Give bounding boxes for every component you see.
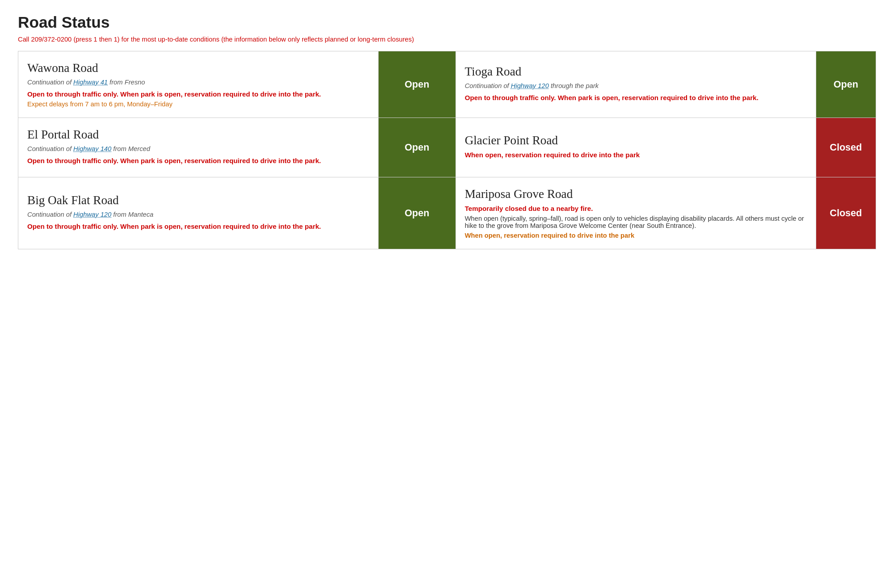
- road-status-table: Wawona RoadContinuation of Highway 41 fr…: [18, 51, 876, 249]
- road-status-text: Open to through traffic only. When park …: [465, 94, 807, 101]
- left-road-cell-0: Wawona RoadContinuation of Highway 41 fr…: [18, 51, 379, 118]
- road-status-text: When open, reservation required to drive…: [465, 151, 807, 159]
- road-continuation: Continuation of Highway 120 from Manteca: [27, 211, 369, 218]
- left-status-badge-0: Open: [378, 51, 455, 118]
- road-name: Big Oak Flat Road: [27, 193, 369, 207]
- road-status-text: Open to through traffic only. When park …: [27, 90, 369, 98]
- road-name: Tioga Road: [465, 65, 807, 79]
- page-title: Road Status: [18, 13, 876, 31]
- left-road-cell-2: Big Oak Flat RoadContinuation of Highway…: [18, 177, 379, 249]
- highway-link[interactable]: Highway 120: [511, 82, 549, 89]
- road-extra-text: Expect delays from 7 am to 6 pm, Monday–…: [27, 101, 369, 108]
- road-status-text: Open to through traffic only. When park …: [27, 157, 369, 164]
- road-continuation: Continuation of Highway 140 from Merced: [27, 145, 369, 152]
- left-road-cell-1: El Portal RoadContinuation of Highway 14…: [18, 118, 379, 177]
- right-road-cell-1: Glacier Point RoadWhen open, reservation…: [455, 118, 816, 177]
- road-continuation: Continuation of Highway 120 through the …: [465, 82, 807, 89]
- road-name: El Portal Road: [27, 128, 369, 142]
- left-status-badge-1: Open: [378, 118, 455, 177]
- road-name: Wawona Road: [27, 61, 369, 75]
- highway-link[interactable]: Highway 41: [73, 79, 108, 86]
- right-status-badge-0: Open: [816, 51, 876, 118]
- right-status-badge-1: Closed: [816, 118, 876, 177]
- road-status-text: Open to through traffic only. When park …: [27, 223, 369, 230]
- right-road-cell-0: Tioga RoadContinuation of Highway 120 th…: [455, 51, 816, 118]
- road-description: When open (typically, spring–fall), road…: [465, 215, 807, 229]
- highway-link[interactable]: Highway 140: [73, 145, 111, 152]
- road-status-text: When open, reservation required to drive…: [465, 232, 807, 239]
- road-name: Glacier Point Road: [465, 134, 807, 147]
- temporary-closure-text: Temporarily closed due to a nearby fire.: [465, 205, 807, 212]
- right-status-badge-2: Closed: [816, 177, 876, 249]
- call-notice: Call 209/372-0200 (press 1 then 1) for t…: [18, 36, 876, 43]
- right-road-cell-2: Mariposa Grove RoadTemporarily closed du…: [455, 177, 816, 249]
- road-name: Mariposa Grove Road: [465, 187, 807, 201]
- road-continuation: Continuation of Highway 41 from Fresno: [27, 79, 369, 86]
- highway-link[interactable]: Highway 120: [73, 211, 111, 218]
- left-status-badge-2: Open: [378, 177, 455, 249]
